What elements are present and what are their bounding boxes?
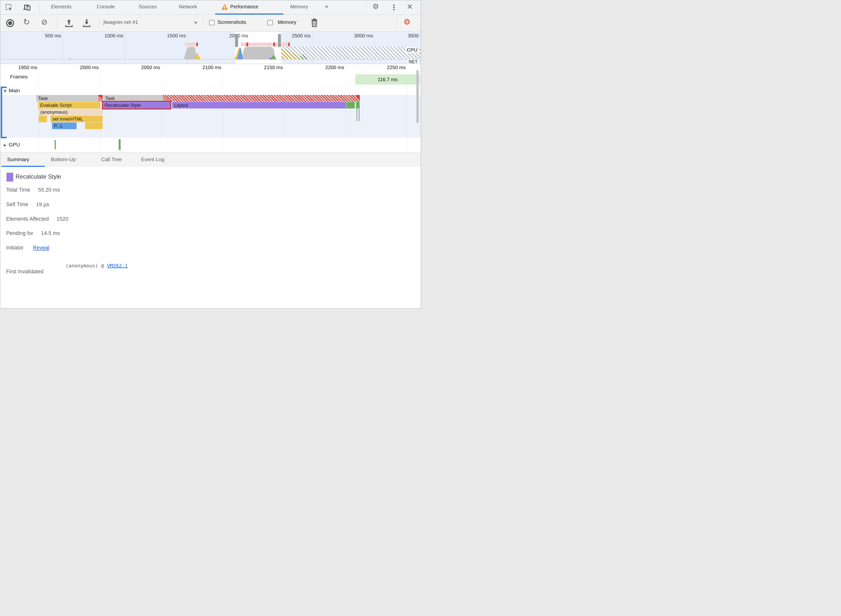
divider (366, 3, 366, 12)
ruler-tick: 2150 ms (241, 65, 283, 70)
flame-bar-script[interactable] (85, 123, 103, 129)
flame-bar-layout[interactable]: Layout (172, 102, 346, 109)
tab-console[interactable]: Console (97, 4, 115, 10)
flame-bar-parse-html[interactable]: P...L (52, 123, 76, 129)
reveal-link[interactable]: Reveal (33, 245, 50, 251)
flame-bar-paint[interactable] (346, 102, 355, 109)
flame-sliver-green[interactable] (356, 109, 357, 121)
tab-performance[interactable]: Performance (230, 4, 259, 10)
tab-event-log[interactable]: Event Log (141, 157, 165, 162)
divider (203, 18, 203, 28)
first-invalidated-stack: (anonymous) @ VM262:1 (66, 263, 128, 268)
ruler-tick: 2200 ms (302, 65, 344, 70)
screenshots-checkbox-label[interactable]: Screenshots (218, 19, 246, 25)
flame-bar-task[interactable]: Task (36, 95, 98, 101)
more-options-icon[interactable] (393, 4, 395, 11)
flame-sliver-purple[interactable] (359, 109, 359, 121)
tab-elements[interactable]: Elements (51, 4, 71, 10)
history-dropdown[interactable]: jlwagner.net #1 (103, 19, 138, 25)
cpu-band-label: CPU (406, 47, 419, 53)
gpu-track-toggle[interactable]: ▶GPU (4, 142, 20, 148)
memory-checkbox-label[interactable]: Memory (278, 19, 296, 25)
gpu-activity-mark (54, 140, 56, 149)
performance-warning-icon (221, 4, 228, 10)
active-tab-indicator (215, 13, 283, 15)
main-track-toggle[interactable]: ▼Main (4, 88, 20, 94)
rendering-color-swatch (6, 172, 13, 182)
record-button[interactable] (6, 19, 14, 27)
divider (39, 3, 40, 12)
ruler-tick: 2100 ms (179, 65, 221, 70)
summary-row: Self Time19 µs (6, 201, 49, 208)
main-track-selection-bracket (1, 87, 2, 138)
flame-bar-recalculate-style-selected[interactable]: Recalculate Style (102, 101, 171, 110)
capture-settings-gear-icon[interactable]: ⚙ (403, 17, 411, 26)
ruler-tick: 2050 ms (118, 65, 160, 70)
first-invalidated-label: First Invalidated (6, 268, 44, 275)
inspect-element-icon[interactable] (6, 4, 13, 11)
screenshots-checkbox[interactable] (209, 20, 215, 25)
devtools-tab-bar: Elements Console Sources Network Perform… (0, 0, 421, 15)
flame-bar-script[interactable] (39, 116, 47, 122)
performance-toolbar: ↻ ⊘ jlwagner.net #1 Screenshots Memory (0, 15, 421, 32)
frame-duration-badge[interactable]: 116.7 ms (355, 74, 420, 85)
summary-row: Elements Affected1520 (6, 216, 68, 222)
flame-bar-anonymous[interactable]: (anonymous) (38, 109, 103, 115)
flame-bar-task-overrun[interactable] (163, 95, 360, 101)
devtools-window: Elements Console Sources Network Perform… (0, 0, 421, 308)
summary-initiator-row: Initiator Reveal (6, 245, 49, 251)
clear-recording-icon[interactable]: ⊘ (41, 18, 47, 26)
source-location-link[interactable]: VM262:1 (107, 263, 128, 268)
timeline-detail-panel[interactable]: 116.7 ms 1950 ms 2000 ms 2050 ms 2100 ms… (0, 64, 421, 152)
gpu-activity-mark (119, 139, 121, 150)
frames-track-label[interactable]: Frames (10, 74, 28, 80)
flame-bar-task[interactable]: Task (103, 95, 163, 101)
ruler-tick: 2000 ms (57, 65, 99, 70)
vertical-scrollbar[interactable] (416, 70, 419, 123)
tab-bottom-up[interactable]: Bottom-Up (51, 157, 76, 162)
chevron-down-icon[interactable] (194, 22, 198, 24)
net-band-label: NET (407, 59, 419, 64)
tab-network[interactable]: Network (179, 4, 197, 10)
cpu-unrecorded-hatch (281, 47, 421, 59)
load-profile-icon[interactable] (65, 19, 73, 28)
divider (397, 18, 397, 28)
trash-icon[interactable] (311, 18, 318, 27)
ruler-tick: 2250 ms (364, 65, 406, 70)
timeline-overview[interactable]: 500 ms 1000 ms 1500 ms 2000 ms 2500 ms 3… (0, 32, 421, 64)
summary-panel: Recalculate Style Total Time55.20 ms Sel… (0, 167, 421, 308)
tab-memory[interactable]: Memory (290, 4, 308, 10)
tab-call-tree[interactable]: Call Tree (101, 157, 122, 162)
flame-bar-set-innerhtml[interactable]: set innerHTML (50, 116, 103, 122)
settings-gear-icon[interactable]: ⚙ (372, 2, 379, 10)
selection-right-handle[interactable] (278, 34, 281, 47)
summary-event-title: Recalculate Style (16, 173, 61, 180)
more-tabs-icon[interactable]: » (325, 3, 328, 10)
flame-bar-paint[interactable] (356, 102, 360, 109)
tab-sources[interactable]: Sources (138, 4, 157, 10)
save-profile-icon[interactable] (82, 19, 91, 28)
selection-left-handle[interactable] (235, 34, 238, 47)
toggle-device-toolbar-icon[interactable] (23, 4, 31, 11)
close-icon[interactable]: × (406, 2, 413, 11)
summary-row: Pending for14.5 ms (6, 230, 60, 236)
memory-checkbox[interactable] (268, 20, 273, 25)
flame-bar-evaluate-script[interactable]: Evaluate Script (38, 102, 100, 109)
reload-and-record-icon[interactable]: ↻ (23, 17, 30, 27)
analysis-tab-bar: Summary Bottom-Up Call Tree Event Log (0, 152, 421, 167)
tab-summary[interactable]: Summary (7, 157, 29, 162)
net-band: NET (0, 59, 421, 64)
ruler-tick: 1950 ms (0, 65, 37, 70)
summary-row: Total Time55.20 ms (6, 187, 60, 193)
